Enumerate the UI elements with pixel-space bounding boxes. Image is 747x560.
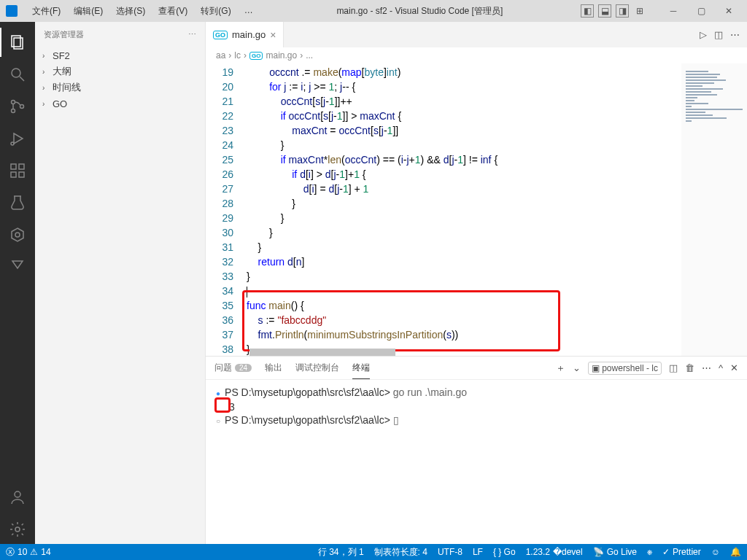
customize-layout-icon[interactable]: ⊞	[633, 4, 646, 18]
status-language[interactable]: { } Go	[493, 547, 516, 557]
tree-timeline[interactable]: ›时间线	[35, 79, 205, 96]
menu-go[interactable]: 转到(G)	[195, 2, 236, 20]
maximize-button[interactable]: ▢	[689, 1, 713, 20]
svg-point-4	[12, 101, 15, 104]
toggle-panel-icon[interactable]: ⬓	[598, 4, 611, 18]
go-file-icon: GO	[249, 52, 263, 60]
svg-marker-7	[14, 133, 23, 144]
tree-sf2[interactable]: ›SF2	[35, 47, 205, 63]
testing-icon[interactable]	[0, 188, 35, 217]
minimap[interactable]	[681, 63, 747, 356]
search-icon[interactable]	[0, 60, 35, 89]
svg-point-13	[15, 233, 20, 237]
svg-rect-9	[11, 164, 16, 169]
terminal-content[interactable]: PS D:\mysetup\gopath\src\sf2\aa\lc> go r…	[206, 380, 747, 544]
window-title: main.go - sf2 - Visual Studio Code [管理员]	[259, 5, 581, 18]
toggle-secondary-sidebar-icon[interactable]: ◨	[616, 4, 629, 18]
svg-point-5	[12, 109, 15, 113]
bookmark-icon[interactable]	[0, 252, 35, 281]
activity-bar	[0, 22, 35, 544]
menu-file[interactable]: 文件(F)	[26, 2, 66, 20]
status-copilot-icon[interactable]: ⎈	[647, 547, 652, 557]
sidebar-more-icon[interactable]: ⋯	[188, 30, 196, 39]
svg-point-2	[12, 69, 20, 77]
window-controls: ─ ▢ ✕	[661, 1, 741, 20]
maximize-panel-icon[interactable]: ^	[719, 362, 723, 373]
status-eol[interactable]: LF	[473, 547, 483, 557]
editor-area: GO main.go × ▷ ◫ ⋯ aa› lc› GOmain.go› ..…	[206, 22, 747, 544]
toggle-primary-sidebar-icon[interactable]: ◧	[581, 4, 594, 18]
editor-tabs: GO main.go × ▷ ◫ ⋯	[206, 22, 747, 47]
tree-go[interactable]: ›GO	[35, 96, 205, 112]
go-extension-icon[interactable]	[0, 220, 35, 249]
menu-more[interactable]: …	[239, 2, 259, 20]
tree-outline[interactable]: ›大纲	[35, 63, 205, 79]
code-editor[interactable]: 1920212223242526272829303132333435363738…	[206, 63, 747, 356]
tab-more-icon[interactable]: ⋯	[730, 29, 740, 40]
run-debug-icon[interactable]	[0, 124, 35, 153]
status-go-version[interactable]: 1.23.2 �devel	[526, 547, 583, 557]
kill-terminal-icon[interactable]: 🗑	[685, 362, 694, 373]
split-editor-icon[interactable]: ◫	[714, 29, 723, 40]
close-button[interactable]: ✕	[716, 1, 741, 20]
layout-controls: ◧ ⬓ ◨ ⊞	[581, 4, 646, 18]
tab-main-go[interactable]: GO main.go ×	[206, 22, 284, 47]
explorer-sidebar: 资源管理器 ⋯ ›SF2 ›大纲 ›时间线 ›GO	[35, 22, 206, 544]
status-encoding[interactable]: UTF-8	[438, 547, 462, 557]
tab-close-icon[interactable]: ×	[270, 29, 276, 41]
status-indent[interactable]: 制表符长度: 4	[374, 546, 427, 559]
close-panel-icon[interactable]: ✕	[730, 362, 738, 373]
code-content[interactable]: occcnt .= make(map[byte]int) for j := i;…	[247, 63, 681, 356]
tab-label: main.go	[232, 29, 266, 40]
status-feedback-icon[interactable]: ☺	[711, 547, 720, 557]
menu-selection[interactable]: 选择(S)	[110, 2, 151, 20]
explorer-icon[interactable]	[0, 28, 35, 57]
title-bar: 文件(F) 编辑(E) 选择(S) 查看(V) 转到(G) … main.go …	[0, 0, 747, 22]
vscode-icon	[6, 5, 18, 17]
svg-point-16	[15, 527, 20, 532]
svg-line-3	[20, 77, 24, 81]
svg-marker-14	[12, 261, 23, 268]
menu-edit[interactable]: 编辑(E)	[68, 2, 109, 20]
svg-rect-10	[11, 172, 16, 177]
status-bar: ⓧ 10 ⚠ 14 行 34，列 1 制表符长度: 4 UTF-8 LF { }…	[0, 544, 747, 560]
svg-rect-12	[19, 164, 24, 169]
status-prettier[interactable]: ✓ Prettier	[662, 547, 701, 557]
svg-point-6	[20, 105, 24, 109]
status-go-live[interactable]: 📡 Go Live	[593, 547, 637, 557]
panel-more-icon[interactable]: ⋯	[702, 362, 711, 373]
go-file-icon: GO	[213, 31, 228, 39]
menu-view[interactable]: 查看(V)	[152, 2, 193, 20]
svg-point-15	[15, 491, 20, 497]
source-control-icon[interactable]	[0, 92, 35, 121]
horizontal-scrollbar[interactable]	[249, 349, 395, 356]
status-bell-icon[interactable]: 🔔	[730, 547, 741, 557]
minimize-button[interactable]: ─	[661, 1, 686, 20]
svg-rect-11	[19, 172, 24, 177]
settings-gear-icon[interactable]	[0, 515, 35, 544]
run-code-icon[interactable]: ▷	[700, 29, 707, 40]
svg-point-8	[11, 142, 14, 145]
accounts-icon[interactable]	[0, 483, 35, 512]
sidebar-title: 资源管理器	[44, 29, 84, 40]
menu-bar: 文件(F) 编辑(E) 选择(S) 查看(V) 转到(G) …	[26, 2, 259, 20]
line-gutter: 1920212223242526272829303132333435363738	[206, 63, 247, 356]
status-errors[interactable]: ⓧ 10 ⚠ 14	[6, 546, 51, 559]
status-cursor[interactable]: 行 34，列 1	[318, 546, 364, 559]
breadcrumbs[interactable]: aa› lc› GOmain.go› ...	[206, 47, 747, 63]
extensions-icon[interactable]	[0, 156, 35, 185]
bottom-panel: 问题24 输出 调试控制台 终端 ＋⌄ ▣ powershell - lc ◫ …	[206, 356, 747, 544]
